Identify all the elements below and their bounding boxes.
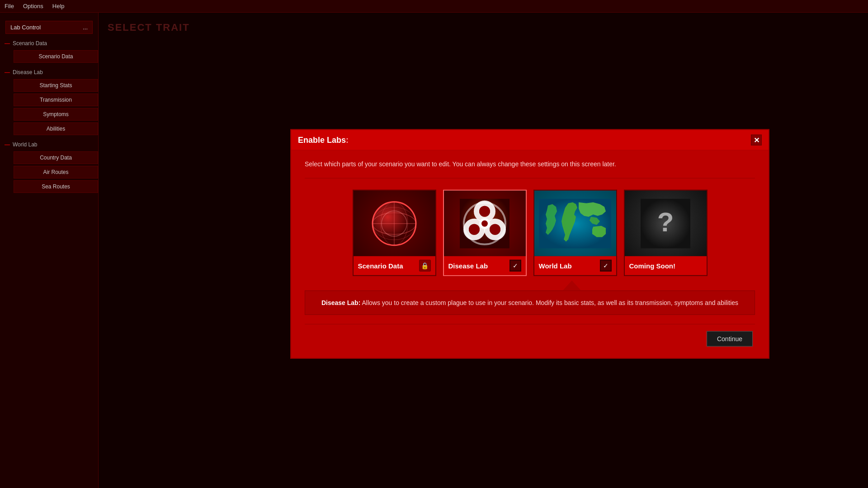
modal-footer: Continue <box>305 331 755 347</box>
sidebar-item-country-data[interactable]: Country Data <box>14 151 98 164</box>
sidebar-section-scenario-label: Scenario Data <box>13 40 47 47</box>
modal-title: Enable Labs: <box>298 135 349 145</box>
svg-text:?: ? <box>657 206 674 237</box>
collapse-world-icon[interactable]: — <box>5 141 10 148</box>
lab-card-disease-footer: Disease Lab ✓ <box>444 256 526 275</box>
modal-bottom-divider <box>305 324 755 324</box>
lock-icon: 🔒 <box>421 262 429 269</box>
disease-check-icon: ✓ <box>513 262 518 269</box>
description-box-label: Disease Lab: <box>321 299 360 306</box>
sidebar-section-disease-label: Disease Lab <box>13 69 43 75</box>
modal-title-text: Enable Labs <box>298 135 346 144</box>
lab-card-world-lab[interactable]: World Lab ✓ <box>533 190 617 276</box>
lab-card-coming-name: Coming Soon! <box>629 262 675 269</box>
lab-control-button[interactable]: Lab Control ... <box>5 21 93 34</box>
sidebar-item-starting-stats[interactable]: Starting Stats <box>14 79 98 92</box>
lab-card-world-name: World Lab <box>539 262 572 269</box>
lab-cards-container: Scenario Data 🔒 <box>305 190 755 276</box>
sidebar-item-air-routes[interactable]: Air Routes <box>14 166 98 178</box>
menu-help[interactable]: Help <box>52 3 65 9</box>
world-check-icon: ✓ <box>603 262 609 269</box>
menu-bar: File Options Help <box>0 0 868 13</box>
continue-button[interactable]: Continue <box>707 331 753 347</box>
lab-card-coming-image: ? <box>625 191 707 256</box>
sidebar-item-abilities[interactable]: Abilities <box>14 122 98 135</box>
lab-card-scenario-name: Scenario Data <box>358 262 403 269</box>
lab-card-coming-soon[interactable]: ? Coming Soon! <box>624 190 708 276</box>
globe-svg <box>369 198 419 248</box>
collapse-scenario-icon[interactable]: — <box>5 40 10 47</box>
sidebar-item-symptoms[interactable]: Symptoms <box>14 108 98 121</box>
sidebar-section-scenario: — Scenario Data Scenario Data <box>0 38 98 63</box>
collapse-disease-icon[interactable]: — <box>5 69 10 75</box>
sidebar: Lab Control ... — Scenario Data Scenario… <box>0 13 99 488</box>
lab-card-disease-lab[interactable]: Disease Lab ✓ <box>443 190 527 276</box>
description-box: Disease Lab: Allows you to create a cust… <box>305 291 755 315</box>
modal-title-colon: : <box>346 135 349 144</box>
lab-card-scenario-footer: Scenario Data 🔒 <box>354 256 435 275</box>
menu-file[interactable]: File <box>5 3 14 9</box>
sidebar-section-disease-header: — Disease Lab <box>0 67 98 77</box>
sidebar-item-scenario-data[interactable]: Scenario Data <box>14 50 98 63</box>
world-map-svg <box>539 198 611 248</box>
arrow-container <box>305 281 755 291</box>
lab-card-disease-name: Disease Lab <box>448 262 488 269</box>
scenario-lock-badge: 🔒 <box>419 260 431 272</box>
modal-close-button[interactable]: ✕ <box>751 135 762 145</box>
description-box-text: Disease Lab: Allows you to create a cust… <box>314 298 745 308</box>
lab-card-scenario-image <box>354 191 435 256</box>
lab-card-disease-image <box>444 191 526 256</box>
lab-card-scenario-data[interactable]: Scenario Data 🔒 <box>353 190 436 276</box>
svg-point-14 <box>469 224 480 235</box>
svg-point-18 <box>481 220 488 226</box>
svg-point-15 <box>490 224 500 235</box>
sidebar-section-world-label: World Lab <box>13 141 37 148</box>
modal-body: Select which parts of your scenario you … <box>291 150 769 358</box>
sidebar-section-world-lab: — World Lab Country Data Air Routes Sea … <box>0 140 98 193</box>
sidebar-item-transmission[interactable]: Transmission <box>14 94 98 106</box>
sidebar-section-world-header: — World Lab <box>0 140 98 150</box>
pointer-arrow-up <box>563 281 581 291</box>
modal-description-text: Select which parts of your scenario you … <box>305 160 755 169</box>
world-check-badge: ✓ <box>600 260 612 272</box>
enable-labs-modal: Enable Labs: ✕ Select which parts of you… <box>290 129 769 359</box>
sidebar-section-disease-lab: — Disease Lab Starting Stats Transmissio… <box>0 67 98 135</box>
coming-soon-svg: ? <box>641 198 690 248</box>
lab-card-world-footer: World Lab ✓ <box>534 256 616 275</box>
sidebar-item-sea-routes[interactable]: Sea Routes <box>14 180 98 193</box>
lab-card-world-image <box>534 191 616 256</box>
modal-header: Enable Labs: ✕ <box>291 130 769 150</box>
svg-point-13 <box>479 206 490 216</box>
modal-top-divider <box>305 178 755 178</box>
disease-check-badge: ✓ <box>509 260 521 272</box>
menu-options[interactable]: Options <box>23 3 43 9</box>
biohazard-svg <box>460 198 509 248</box>
lab-control-dots: ... <box>83 24 88 31</box>
description-box-content: Allows you to create a custom plague to … <box>362 299 738 306</box>
sidebar-section-scenario-header: — Scenario Data <box>0 38 98 48</box>
lab-card-coming-footer: Coming Soon! <box>625 256 707 275</box>
lab-control-label: Lab Control <box>10 24 41 31</box>
